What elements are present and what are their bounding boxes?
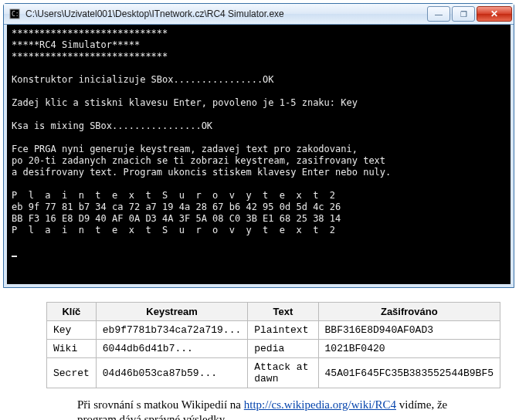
minimize-button[interactable]: — bbox=[427, 6, 450, 22]
cell: 6044db6d41b7... bbox=[96, 340, 247, 358]
col-key: Klíč bbox=[47, 303, 97, 321]
window-title: C:\Users\Uzivatel001\Desktop\ITnetwork.c… bbox=[25, 8, 426, 19]
cell: eb9f7781b734ca72a719... bbox=[96, 321, 247, 340]
cursor bbox=[12, 256, 17, 257]
maximize-icon: ❐ bbox=[460, 10, 467, 19]
caption-pre: Při srovnání s matkou Wikipedií na bbox=[77, 398, 244, 411]
cell: 1021BF0420 bbox=[318, 340, 500, 358]
cell: Secret bbox=[47, 358, 97, 388]
col-cipher: Zašifrováno bbox=[318, 303, 500, 321]
svg-text:C:: C: bbox=[12, 11, 19, 18]
table-header-row: Klíč Keystream Text Zašifrováno bbox=[47, 303, 500, 321]
wiki-link[interactable]: http://cs.wikipedia.org/wiki/RC4 bbox=[244, 398, 396, 411]
cell: Plaintext bbox=[248, 321, 318, 340]
app-icon: C: bbox=[8, 8, 21, 20]
table-row: Key eb9f7781b734ca72a719... Plaintext BB… bbox=[47, 321, 500, 340]
cell: Attack at dawn bbox=[248, 358, 318, 388]
cell: pedia bbox=[248, 340, 318, 358]
cell: BBF316E8D940AF0AD3 bbox=[318, 321, 500, 340]
results-table-wrap: Klíč Keystream Text Zašifrováno Key eb9f… bbox=[46, 302, 500, 388]
table-row: Wiki 6044db6d41b7... pedia 1021BF0420 bbox=[47, 340, 500, 358]
window-buttons: — ❐ ✕ bbox=[426, 6, 512, 22]
cell: 04d46b053ca87b59... bbox=[96, 358, 247, 388]
app-window: C: C:\Users\Uzivatel001\Desktop\ITnetwor… bbox=[3, 3, 514, 288]
maximize-button[interactable]: ❐ bbox=[452, 6, 475, 22]
minimize-icon: — bbox=[435, 10, 443, 19]
caption-text: Při srovnání s matkou Wikipedií na http:… bbox=[77, 398, 488, 420]
console-output: **************************** *****RC4 Si… bbox=[4, 25, 514, 287]
cell: 45A01F645FC35B383552544B9BF5 bbox=[318, 358, 500, 388]
results-table: Klíč Keystream Text Zašifrováno Key eb9f… bbox=[46, 302, 500, 388]
col-keystream: Keystream bbox=[96, 303, 247, 321]
cell: Key bbox=[47, 321, 97, 340]
titlebar[interactable]: C: C:\Users\Uzivatel001\Desktop\ITnetwor… bbox=[4, 4, 514, 25]
table-row: Secret 04d46b053ca87b59... Attack at daw… bbox=[47, 358, 500, 388]
close-button[interactable]: ✕ bbox=[477, 6, 512, 22]
close-icon: ✕ bbox=[490, 8, 498, 19]
cell: Wiki bbox=[47, 340, 97, 358]
col-text: Text bbox=[248, 303, 318, 321]
